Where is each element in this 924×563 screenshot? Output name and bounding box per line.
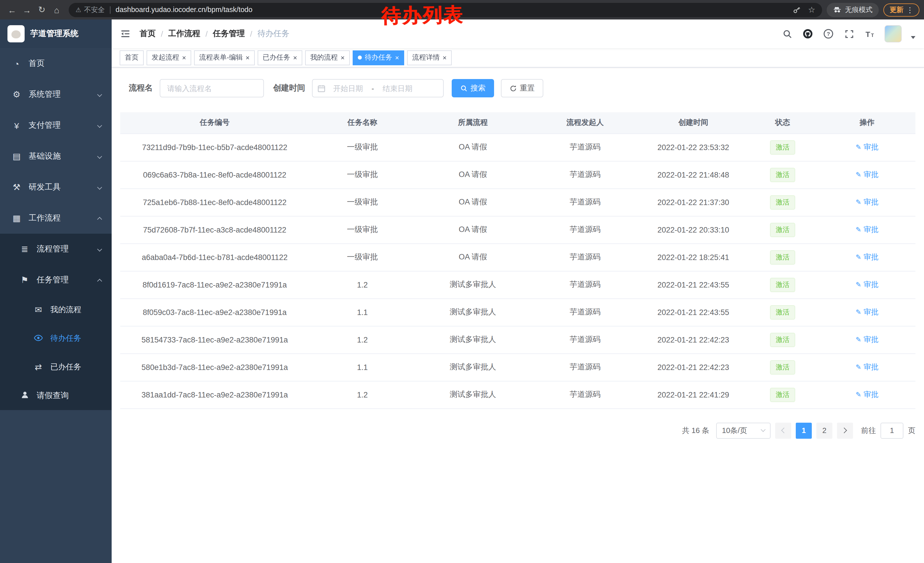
svg-text:?: ? — [826, 31, 830, 37]
tab-start-process[interactable]: 发起流程 × — [147, 50, 191, 65]
navbar-tools: ? TT — [782, 25, 915, 42]
todo-task-table: 任务编号 任务名称 所属流程 流程发起人 创建时间 状态 操作 — [120, 112, 915, 408]
annotation-overlay: 待办列表 — [381, 2, 464, 29]
chevron-up-icon — [98, 279, 102, 284]
status-badge: 激活 — [770, 250, 795, 264]
password-key-icon[interactable] — [793, 6, 801, 14]
breadcrumb-workflow[interactable]: 工作流程 — [168, 29, 200, 39]
update-label: 更新 — [890, 5, 903, 15]
sidebar-item-leave-query[interactable]: 请假查询 — [0, 381, 112, 410]
start-date-input[interactable] — [327, 84, 369, 93]
github-icon[interactable] — [802, 28, 813, 39]
prev-page-button[interactable] — [775, 422, 791, 438]
col-process: 所属流程 — [416, 112, 530, 134]
chevron-down-icon — [98, 154, 102, 159]
tab-done-task[interactable]: 已办任务 × — [258, 50, 302, 65]
approve-link[interactable]: ✎审批 — [856, 335, 879, 345]
font-size-icon[interactable]: TT — [864, 28, 875, 39]
reset-button[interactable]: 重置 — [501, 79, 543, 98]
browser-back-button[interactable]: ← — [4, 5, 20, 15]
sidebar-collapse-icon[interactable] — [120, 29, 130, 39]
fullscreen-icon[interactable] — [843, 28, 855, 39]
chevron-down-icon — [98, 92, 102, 97]
search-icon[interactable] — [782, 28, 793, 39]
approve-link[interactable]: ✎审批 — [856, 252, 879, 262]
chevron-down-icon — [98, 185, 102, 190]
update-button[interactable]: 更新 ⋮ — [884, 3, 920, 17]
close-icon[interactable]: × — [340, 54, 345, 61]
tab-my-process[interactable]: 我的流程 × — [305, 50, 350, 65]
sidebar-item-todo-task[interactable]: 待办任务 — [0, 324, 112, 353]
cell-task-name: 一级审批 — [309, 216, 416, 243]
sidebar-item-system[interactable]: ⚙ 系统管理 — [0, 79, 112, 110]
sidebar-item-devtools[interactable]: ⚒ 研发工具 — [0, 172, 112, 203]
search-icon — [460, 84, 468, 92]
cell-task-name: 1.2 — [309, 271, 416, 299]
approve-link[interactable]: ✎审批 — [856, 197, 879, 207]
search-button[interactable]: 搜索 — [452, 79, 494, 98]
approve-link[interactable]: ✎审批 — [856, 142, 879, 152]
cell-process: 测试多审批人 — [416, 271, 530, 299]
avatar-caret-icon[interactable] — [911, 36, 915, 39]
tab-todo-task[interactable]: 待办任务 × — [352, 50, 404, 65]
close-icon[interactable]: × — [293, 54, 297, 61]
page-button-1[interactable]: 1 — [796, 422, 812, 438]
table-row: 58154733-7ac8-11ec-a9e2-a2380e71991a 1.2… — [120, 326, 915, 353]
cell-process: OA 请假 — [416, 134, 530, 161]
sidebar-item-my-process[interactable]: ✉ 我的流程 — [0, 296, 112, 324]
browser-reload-button[interactable]: ↻ — [34, 5, 49, 15]
edit-icon: ✎ — [856, 308, 861, 316]
help-icon[interactable]: ? — [823, 28, 834, 39]
bookmark-star-icon[interactable]: ☆ — [808, 5, 815, 14]
page-url[interactable]: dashboard.yudao.iocoder.cn/bpm/task/todo — [116, 6, 252, 14]
close-icon[interactable]: × — [395, 54, 399, 61]
process-name-input[interactable] — [160, 79, 264, 98]
close-icon[interactable]: × — [442, 54, 447, 61]
approve-link[interactable]: ✎审批 — [856, 389, 879, 400]
page-size-select[interactable]: 10条/页 — [716, 422, 771, 438]
approve-link[interactable]: ✎审批 — [856, 170, 879, 180]
status-badge: 激活 — [770, 195, 795, 209]
end-date-input[interactable] — [376, 84, 419, 93]
close-icon[interactable]: × — [246, 54, 250, 61]
sidebar-item-home[interactable]: ◔ 首页 — [0, 48, 112, 79]
security-label[interactable]: 不安全 — [84, 5, 105, 15]
approve-link[interactable]: ✎审批 — [856, 362, 879, 372]
next-page-button[interactable] — [837, 422, 853, 438]
approve-link[interactable]: ✎审批 — [856, 225, 879, 235]
goto-page-input[interactable] — [880, 422, 903, 438]
tab-home[interactable]: 首页 — [120, 50, 144, 65]
browser-home-button[interactable]: ⌂ — [49, 5, 64, 15]
sidebar-item-process-mgmt[interactable]: ≣ 流程管理 — [0, 234, 112, 264]
chevron-right-icon — [841, 428, 847, 433]
hammer-icon: ⚒ — [12, 182, 22, 192]
edit-icon: ✎ — [856, 143, 861, 151]
breadcrumb-task-mgmt[interactable]: 任务管理 — [213, 29, 245, 39]
sidebar-item-task-mgmt[interactable]: ⚑ 任务管理 — [0, 264, 112, 296]
cell-process: OA 请假 — [416, 216, 530, 243]
browser-menu-icon[interactable]: ⋮ — [903, 6, 916, 14]
date-range-picker[interactable]: - — [312, 79, 444, 98]
sidebar-item-infra[interactable]: ▤ 基础设施 — [0, 141, 112, 172]
approve-link[interactable]: ✎审批 — [856, 279, 879, 290]
cell-task-id: a6aba0a4-7b6d-11ec-b781-acde48001122 — [120, 243, 309, 271]
col-task-name: 任务名称 — [309, 112, 416, 134]
sidebar-item-payment[interactable]: ¥ 支付管理 — [0, 110, 112, 141]
col-status: 状态 — [747, 112, 819, 134]
tab-form-edit[interactable]: 流程表单-编辑 × — [194, 50, 255, 65]
page-content: 流程名 创建时间 - 搜索 重置 — [112, 68, 924, 563]
approve-link[interactable]: ✎审批 — [856, 307, 879, 317]
close-icon[interactable]: × — [182, 54, 186, 61]
status-badge: 激活 — [770, 360, 795, 374]
app-logo[interactable]: 芋道管理系统 — [0, 20, 112, 48]
sidebar-item-workflow[interactable]: ▦ 工作流程 — [0, 203, 112, 234]
tab-process-detail[interactable]: 流程详情 × — [407, 50, 452, 65]
browser-forward-button[interactable]: → — [20, 5, 34, 15]
avatar[interactable] — [885, 25, 902, 42]
cell-starter: 芋道源码 — [530, 381, 640, 408]
chevron-up-icon — [98, 217, 102, 222]
status-badge: 激活 — [770, 278, 795, 292]
breadcrumb-home[interactable]: 首页 — [140, 29, 156, 39]
page-button-2[interactable]: 2 — [816, 422, 832, 438]
sidebar-item-done-task[interactable]: ⇄ 已办任务 — [0, 353, 112, 381]
